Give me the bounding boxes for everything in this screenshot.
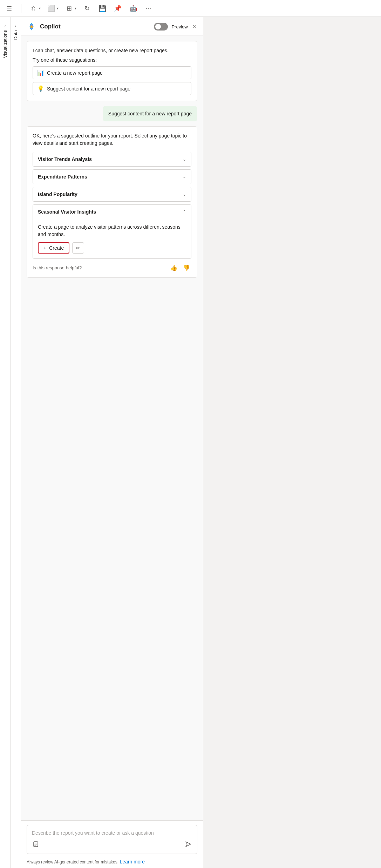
- toolbar-hamburger-group: ☰: [4, 4, 14, 13]
- sidebar-visualizations: ‹ Visualizations: [0, 17, 11, 868]
- svg-rect-4: [34, 845, 36, 846]
- accordion-header-island[interactable]: Island Popularity ⌄: [33, 187, 191, 201]
- create-btn-label: Create: [49, 245, 64, 251]
- pencil-icon: ✏: [76, 245, 80, 251]
- toolbar-monitor-group: ⬜ ▾: [46, 4, 59, 13]
- feedback-text: Is this response helpful?: [33, 265, 82, 270]
- copilot-content: I can chat, answer data questions, or cr…: [21, 35, 203, 820]
- try-label: Try one of these suggestions:: [33, 57, 191, 63]
- toolbar-undo-group: ⎌ ▾: [28, 4, 41, 13]
- chevron-visitor-trends: ⌄: [183, 157, 186, 162]
- chevron-island: ⌄: [183, 192, 186, 197]
- svg-rect-2: [34, 843, 37, 843]
- chart-icon: 📊: [37, 69, 44, 76]
- accordion-header-expenditure[interactable]: Expenditure Patterns ⌄: [33, 170, 191, 184]
- monitor-icon[interactable]: ⬜: [46, 4, 56, 13]
- toolbar: ☰ ⎌ ▾ ⬜ ▾ ⊞ ▾ ↻ 💾 📌 🤖 ⋯: [0, 0, 381, 17]
- monitor-chevron[interactable]: ▾: [57, 6, 59, 10]
- response-text: OK, here's a suggested outline for your …: [33, 132, 191, 147]
- toggle-track[interactable]: [154, 23, 168, 31]
- save-icon[interactable]: 💾: [97, 4, 107, 13]
- send-button[interactable]: [184, 840, 192, 849]
- visualizations-label[interactable]: Visualizations: [2, 30, 8, 58]
- bulb-icon: 💡: [37, 85, 44, 92]
- accordion-seasonal: Seasonal Visitor Insights ⌃ Create a pag…: [33, 204, 191, 259]
- svg-point-0: [30, 26, 33, 28]
- copilot-logo: [27, 22, 36, 32]
- copilot-icon[interactable]: 🤖: [128, 4, 138, 13]
- plus-icon: +: [43, 245, 46, 251]
- feedback-buttons: 👍 👎: [169, 264, 191, 272]
- accordion-header-visitor-trends[interactable]: Visitor Trends Analysis ⌄: [33, 152, 191, 166]
- undo-icon[interactable]: ⎌: [28, 4, 38, 13]
- toolbar-table-group: ⊞ ▾: [64, 4, 76, 13]
- copilot-toggle[interactable]: [154, 23, 168, 31]
- copilot-header: Copilot Preview ×: [21, 17, 203, 35]
- svg-rect-3: [34, 844, 37, 845]
- accordion-title-seasonal: Seasonal Visitor Insights: [38, 209, 96, 215]
- right-content-area: [203, 17, 381, 868]
- feedback-row: Is this response helpful? 👍 👎: [33, 264, 191, 272]
- copilot-footer: Always review AI-generated content for m…: [21, 857, 203, 868]
- sidebar-data: ‹ Data: [11, 17, 21, 868]
- spacer: [27, 283, 197, 815]
- preview-label: Preview: [171, 24, 188, 29]
- accordion-title-expenditure: Expenditure Patterns: [38, 174, 87, 180]
- input-bottom-row: [32, 840, 192, 849]
- hamburger-icon[interactable]: ☰: [4, 4, 14, 13]
- copilot-panel: Copilot Preview × I can chat, answer dat…: [21, 17, 203, 868]
- send-icon: [185, 841, 191, 847]
- close-button[interactable]: ×: [191, 22, 197, 31]
- visualizations-collapse-arrow[interactable]: ‹: [5, 24, 6, 28]
- accordion-visitor-trends: Visitor Trends Analysis ⌄: [33, 152, 191, 167]
- more-icon[interactable]: ⋯: [144, 4, 154, 13]
- seasonal-description: Create a page to analyze visitor pattern…: [38, 223, 186, 238]
- undo-chevron[interactable]: ▾: [39, 6, 41, 10]
- accordion-title-island: Island Popularity: [38, 191, 77, 197]
- thumbs-up-button[interactable]: 👍: [169, 264, 179, 272]
- toolbar-sep-1: [21, 4, 21, 13]
- copilot-title: Copilot: [40, 23, 150, 30]
- chevron-seasonal: ⌃: [183, 209, 186, 214]
- accordion-header-seasonal[interactable]: Seasonal Visitor Insights ⌃: [33, 205, 191, 219]
- footer-text: Always review AI-generated content for m…: [27, 860, 120, 864]
- toggle-thumb: [155, 24, 161, 29]
- learn-more-link[interactable]: Learn more: [120, 859, 145, 864]
- accordion-island: Island Popularity ⌄: [33, 187, 191, 202]
- user-message-bubble: Suggest content for a new report page: [103, 106, 197, 121]
- attach-icon: [33, 841, 39, 847]
- input-box[interactable]: Describe the report you want to create o…: [27, 825, 197, 854]
- accordion-title-visitor-trends: Visitor Trends Analysis: [38, 156, 92, 162]
- refresh-icon[interactable]: ↻: [82, 4, 92, 13]
- create-report-btn[interactable]: 📊 Create a new report page: [33, 66, 191, 79]
- chevron-expenditure: ⌄: [183, 174, 186, 179]
- table-chevron[interactable]: ▾: [75, 6, 76, 10]
- data-collapse-arrow[interactable]: ‹: [15, 24, 16, 28]
- input-placeholder-text[interactable]: Describe the report you want to create o…: [32, 829, 192, 837]
- attach-button[interactable]: [32, 840, 40, 849]
- accordion-expenditure: Expenditure Patterns ⌄: [33, 169, 191, 184]
- accordion-body-seasonal: Create a page to analyze visitor pattern…: [33, 219, 191, 258]
- suggestion-box: I can chat, answer data questions, or cr…: [27, 41, 197, 101]
- main-layout: ‹ Visualizations ‹ Data Copilot: [0, 17, 381, 868]
- suggest-content-btn[interactable]: 💡 Suggest content for a new report page: [33, 82, 191, 95]
- pin-icon[interactable]: 📌: [113, 4, 123, 13]
- edit-button[interactable]: ✏: [72, 242, 84, 254]
- accordion-actions-seasonal: + Create ✏: [38, 242, 186, 254]
- table-icon[interactable]: ⊞: [64, 4, 74, 13]
- thumbs-down-button[interactable]: 👎: [182, 264, 191, 272]
- copilot-input-area: Describe the report you want to create o…: [21, 820, 203, 857]
- intro-text: I can chat, answer data questions, or cr…: [33, 47, 191, 54]
- data-label[interactable]: Data: [13, 30, 18, 40]
- create-page-button[interactable]: + Create: [38, 242, 69, 254]
- response-box: OK, here's a suggested outline for your …: [27, 126, 197, 278]
